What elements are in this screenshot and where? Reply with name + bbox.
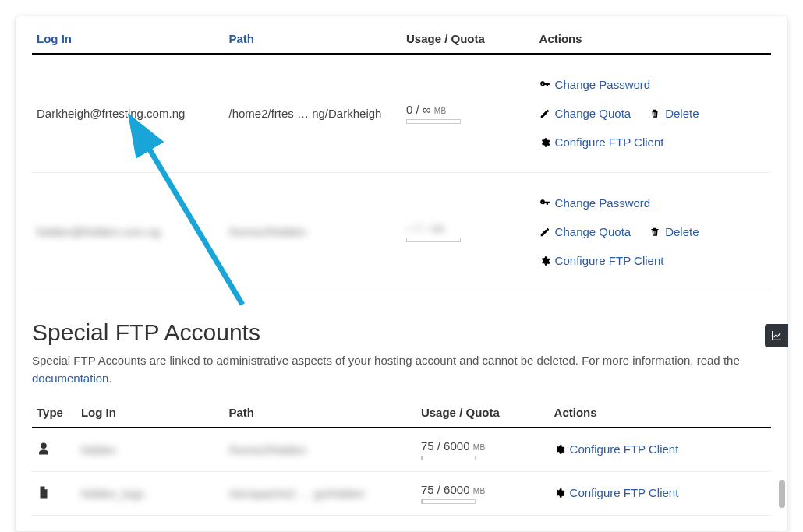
special-usage-cell: 75 / 6000 MB — [416, 428, 550, 472]
ftp-row: Darkheigh@frtesting.com.ng /home2/frtes … — [32, 54, 771, 173]
special-row: hidden_logs /etc/apache2 … gs/hidden 75 … — [32, 472, 771, 516]
header-login[interactable]: Log In — [32, 24, 224, 54]
delete-link[interactable]: Delete — [649, 225, 699, 238]
configure-ftp-link[interactable]: Configure FTP Client — [554, 486, 679, 499]
special-section-title: Special FTP Accounts — [32, 319, 771, 346]
configure-ftp-link[interactable]: Configure FTP Client — [554, 442, 679, 456]
special-actions-cell: Configure FTP Client — [550, 472, 771, 516]
special-header-usage: Usage / Quota — [416, 398, 550, 428]
special-header-actions: Actions — [550, 398, 771, 428]
header-usage-quota[interactable]: Usage / Quota — [402, 24, 535, 54]
usage-text: 0 / ∞ MB — [406, 103, 530, 116]
file-icon — [37, 485, 51, 499]
change-quota-link-label: Change Quota — [555, 225, 631, 238]
change-quota-link-icon — [539, 108, 550, 119]
usage-bar — [406, 119, 461, 124]
change-password-link[interactable]: Change Password — [539, 196, 651, 210]
configure-ftp-link-label: Configure FTP Client — [570, 486, 679, 499]
ftp-actions-cell: Change Password Change Quota Delete Conf… — [535, 54, 771, 173]
usage-bar — [421, 456, 476, 460]
special-type-cell — [32, 472, 76, 516]
header-path[interactable]: Path — [224, 24, 402, 54]
ftp-actions-cell: Change Password Change Quota Delete Conf… — [535, 173, 771, 291]
documentation-link[interactable]: documentation — [32, 372, 108, 385]
ftp-accounts-table: Log In Path Usage / Quota Actions Darkhe… — [32, 24, 771, 291]
special-path-cell: /etc/apache2 … gs/hidden — [224, 472, 416, 516]
ftp-usage-cell: – / – MB — [402, 173, 535, 291]
special-login-cell: hidden — [76, 428, 225, 472]
header-usage[interactable]: Usage — [406, 32, 441, 45]
ftp-login-cell: hidden@hidden.com.ng — [32, 173, 224, 291]
change-password-link-icon — [539, 198, 550, 209]
ftp-path-cell: /home2/hidden — [224, 173, 402, 291]
change-password-link-label: Change Password — [555, 78, 651, 91]
special-type-cell — [32, 428, 76, 472]
configure-ftp-link-label: Configure FTP Client — [555, 254, 664, 267]
special-login-cell: hidden_logs — [76, 472, 225, 516]
header-actions: Actions — [535, 24, 771, 54]
special-usage-cell: 75 / 6000 MB — [416, 472, 550, 516]
usage-bar — [421, 499, 476, 504]
special-header-path: Path — [224, 398, 416, 428]
configure-ftp-link-label: Configure FTP Client — [570, 442, 679, 456]
special-ftp-table: Type Log In Path Usage / Quota Actions h… — [32, 398, 771, 516]
change-quota-link-label: Change Quota — [555, 107, 631, 120]
special-header-login: Log In — [76, 398, 225, 428]
special-path-cell: /home2/hidden — [224, 428, 416, 472]
configure-ftp-link[interactable]: Configure FTP Client — [539, 136, 664, 149]
configure-ftp-link-label: Configure FTP Client — [555, 136, 664, 149]
change-password-link-label: Change Password — [555, 196, 651, 210]
delete-link[interactable]: Delete — [649, 107, 699, 120]
delete-link-label: Delete — [665, 225, 699, 238]
ftp-path-cell: /home2/frtes … ng/Darkheigh — [224, 54, 402, 173]
configure-ftp-link-icon — [554, 488, 565, 499]
ftp-accounts-panel: Log In Path Usage / Quota Actions Darkhe… — [16, 16, 787, 532]
delete-link-label: Delete — [665, 107, 699, 120]
configure-ftp-link[interactable]: Configure FTP Client — [539, 254, 664, 267]
change-password-link[interactable]: Change Password — [539, 78, 651, 91]
configure-ftp-link-icon — [539, 255, 550, 266]
person-icon — [37, 442, 51, 456]
special-actions-cell: Configure FTP Client — [550, 428, 771, 472]
usage-text: – / – MB — [406, 221, 530, 234]
configure-ftp-link-icon — [554, 444, 565, 455]
special-section-description: Special FTP Accounts are linked to admin… — [32, 352, 771, 387]
special-desc-text: Special FTP Accounts are linked to admin… — [32, 354, 740, 367]
special-header-type: Type — [32, 398, 76, 428]
ftp-usage-cell: 0 / ∞ MB — [402, 54, 535, 173]
header-quota[interactable]: Quota — [451, 32, 485, 45]
change-quota-link[interactable]: Change Quota — [539, 225, 631, 238]
special-row: hidden /home2/hidden 75 / 6000 MB Config… — [32, 428, 771, 472]
delete-link-icon — [649, 108, 660, 119]
scrollbar[interactable] — [777, 40, 785, 523]
change-quota-link[interactable]: Change Quota — [539, 107, 631, 120]
usage-text: 75 / 6000 MB — [421, 439, 545, 453]
ftp-row: hidden@hidden.com.ng /home2/hidden – / –… — [32, 173, 771, 291]
configure-ftp-link-icon — [539, 137, 550, 148]
change-password-link-icon — [539, 79, 550, 90]
special-desc-after: . — [108, 372, 111, 385]
usage-bar — [406, 238, 461, 242]
ftp-login-cell: Darkheigh@frtesting.com.ng — [32, 54, 224, 173]
delete-link-icon — [649, 227, 660, 238]
change-quota-link-icon — [539, 227, 550, 238]
usage-text: 75 / 6000 MB — [421, 483, 545, 496]
